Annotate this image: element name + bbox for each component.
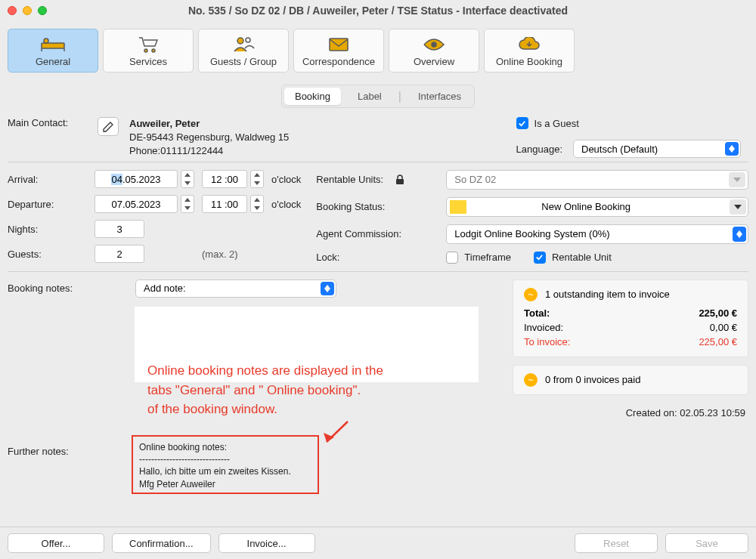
tab-overview[interactable]: Overview	[389, 29, 479, 73]
chevron-down-icon	[251, 204, 263, 212]
further-notes-heading: Online booking notes:	[139, 441, 311, 453]
invoices-paid-card: ~ 0 from 0 invoices paid	[513, 365, 748, 395]
departure-date-input[interactable]: 07.05.2023	[94, 195, 178, 213]
invoiced-value: 0,00 €	[710, 322, 737, 333]
cart-icon	[138, 35, 159, 54]
warning-badge-icon: ~	[524, 288, 538, 301]
tab-services[interactable]: Services	[103, 29, 194, 73]
tab-guests-group[interactable]: Guests / Group	[198, 29, 289, 73]
chevron-updown-icon	[725, 142, 739, 156]
oclock-label: o'clock	[271, 174, 301, 185]
chevron-updown-icon	[321, 282, 334, 295]
nights-label: Nights:	[8, 224, 87, 235]
tab-online-booking[interactable]: Online Booking	[484, 29, 575, 73]
invoice-summary-card: ~ 1 outstanding item to invoice Total: 2…	[513, 280, 748, 357]
total-value: 225,00 €	[699, 307, 737, 319]
booking-status-select[interactable]: New Online Booking	[446, 197, 748, 217]
subtab-label[interactable]: Label	[347, 88, 392, 105]
main-toolbar: General Services Guests / Group Correspo…	[0, 21, 756, 80]
tab-correspondence[interactable]: Correspondence	[293, 29, 384, 73]
svg-point-5	[246, 38, 250, 42]
lock-rentable-checkbox[interactable]	[534, 252, 546, 264]
tab-label: Overview	[414, 56, 454, 67]
booking-status-value: New Online Booking	[541, 201, 631, 212]
booking-notes-textarea[interactable]	[135, 307, 479, 382]
booking-status-label: Booking Status:	[316, 201, 437, 212]
people-icon	[232, 35, 255, 54]
is-guest-checkbox[interactable]	[516, 117, 528, 129]
chevron-down-icon	[251, 179, 263, 187]
arrival-date-stepper[interactable]	[181, 170, 194, 188]
total-label: Total:	[524, 307, 550, 319]
lock-timeframe-label: Timeframe	[464, 252, 511, 263]
chevron-down-icon	[181, 179, 194, 187]
chevron-down-icon	[729, 172, 745, 187]
oclock-label: o'clock	[271, 199, 301, 210]
language-value: Deutsch (Default)	[581, 144, 658, 155]
rentable-units-value: So DZ 02	[454, 174, 496, 185]
edit-contact-button[interactable]	[98, 117, 119, 136]
chevron-updown-icon	[733, 227, 746, 242]
svg-point-7	[432, 42, 436, 47]
further-notes-sep: ------------------------------	[139, 453, 311, 465]
further-notes-box: Online booking notes: ------------------…	[132, 435, 319, 494]
guests-max: (max. 2)	[202, 249, 264, 260]
departure-label: Departure:	[8, 199, 87, 210]
rentable-units-select[interactable]: So DZ 02	[446, 170, 748, 190]
reset-button[interactable]: Reset	[575, 533, 658, 553]
further-notes-line2: Mfg Peter Auweiler	[139, 478, 311, 490]
svg-point-1	[44, 39, 48, 43]
svg-rect-8	[396, 179, 404, 184]
arrival-time-input[interactable]: 12 :00	[202, 170, 247, 188]
departure-time-input[interactable]: 11 :00	[202, 195, 247, 213]
window-title: No. 535 / So DZ 02 / DB / Auweiler, Pete…	[0, 5, 756, 17]
add-note-select[interactable]: Add note:	[135, 280, 336, 298]
to-invoice-value: 225,00 €	[699, 336, 737, 347]
svg-point-3	[152, 49, 155, 52]
further-notes-line1: Hallo, ich bitte um ein zweites Kissen.	[139, 465, 311, 477]
arrival-label: Arrival:	[8, 174, 87, 185]
agent-commission-label: Agent Commission:	[316, 228, 437, 239]
invoiced-label: Invoiced:	[524, 322, 563, 333]
contact-address: DE-95443 Regensburg, Waldweg 15	[129, 131, 289, 144]
tab-label: General	[36, 56, 70, 67]
language-select[interactable]: Deutsch (Default)	[573, 140, 741, 158]
chevron-down-icon	[730, 199, 746, 215]
warning-badge-icon: ~	[524, 373, 538, 387]
envelope-icon	[328, 35, 349, 54]
arrival-date-input[interactable]: 04.05.2023	[94, 170, 178, 188]
status-color-swatch	[450, 200, 466, 214]
contact-info: Auweiler, Peter DE-95443 Regensburg, Wal…	[129, 117, 289, 159]
agent-commission-select[interactable]: Lodgit Online Booking System (0%)	[446, 224, 748, 244]
svg-rect-6	[330, 39, 348, 51]
nights-input[interactable]: 3	[94, 220, 144, 238]
departure-date-stepper[interactable]	[181, 195, 194, 213]
footer: Offer... Confirmation... Invoice... Rese…	[0, 527, 756, 559]
check-icon	[518, 119, 526, 128]
check-icon	[535, 253, 544, 261]
subtab-interfaces[interactable]: Interfaces	[407, 88, 472, 105]
chevron-down-icon	[181, 204, 194, 212]
lock-label: Lock:	[316, 252, 437, 263]
tab-general[interactable]: General	[8, 29, 98, 73]
invoice-button[interactable]: Invoice...	[218, 533, 315, 553]
offer-button[interactable]: Offer...	[8, 533, 104, 553]
separator: |	[398, 90, 401, 103]
booking-notes-label: Booking notes:	[8, 283, 125, 294]
chevron-up-icon	[251, 196, 263, 204]
lock-timeframe-checkbox[interactable]	[446, 252, 458, 264]
guests-input[interactable]: 2	[94, 245, 144, 263]
eye-icon	[423, 35, 445, 54]
save-button[interactable]: Save	[665, 533, 748, 553]
bed-icon	[40, 35, 66, 54]
confirmation-button[interactable]: Confirmation...	[112, 533, 211, 553]
add-note-value: Add note:	[144, 283, 186, 294]
arrival-time-stepper[interactable]	[250, 170, 264, 188]
subtab-booking[interactable]: Booking	[284, 88, 341, 105]
paid-text: 0 from 0 invoices paid	[545, 374, 640, 385]
departure-time-stepper[interactable]	[250, 195, 264, 213]
pencil-icon	[103, 122, 113, 132]
to-invoice-label: To invoice:	[524, 336, 570, 347]
chevron-up-icon	[181, 171, 194, 179]
is-guest-label: Is a Guest	[534, 118, 579, 129]
